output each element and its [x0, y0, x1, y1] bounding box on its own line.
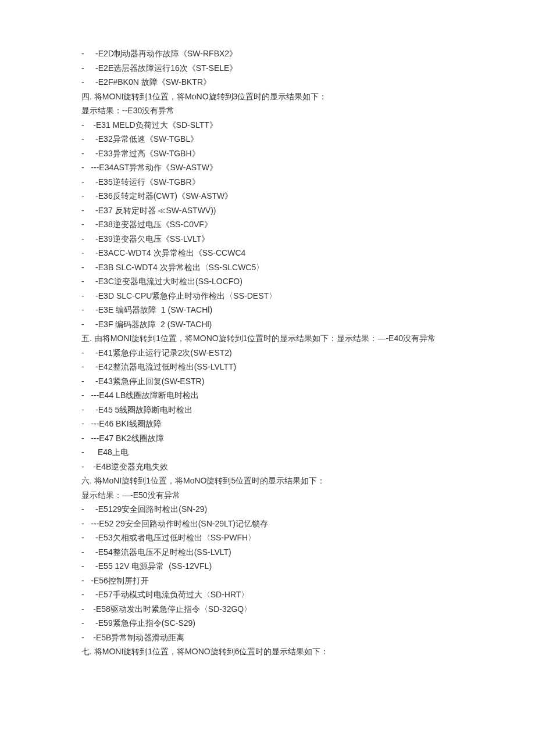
text-line: - ---E47 BK2线圈故障	[81, 431, 454, 446]
text-line: - -E3ACC-WDT4 次异常检出《SS-CCWC4	[81, 246, 454, 260]
text-line: - -E35逆转运行《SW-TGBR》	[81, 175, 454, 189]
text-line: - -E31 MELD负荷过大《SD-SLTT》	[81, 118, 454, 132]
text-line: - -E32异常低速《SW-TGBL》	[81, 132, 454, 146]
text-line: - -E3E 编码器故障 1 (SW-TACHl)	[81, 303, 454, 317]
text-line: - -E43紧急停止回复(SW-ESTR)	[81, 374, 454, 389]
text-line: - -E36反转定时器(CWT)《SW-ASTW》	[81, 189, 454, 203]
text-line: 显示结果：--E30没有异常	[81, 103, 454, 118]
text-line: - -E42整流器电流过低时检出(SS-LVLTT)	[81, 360, 454, 374]
text-line: - -E3C逆变器电流过大时检出(SS-LOCFO)	[81, 274, 454, 289]
text-line: - -E3B SLC-WDT4 次异常检出〈SS-SLCWC5〉	[81, 260, 454, 275]
text-line: - -E54整流器电压不足时检出(SS-LVLT)	[81, 545, 454, 560]
text-line: - -E58驱动发出时紧急停止指令〈SD-32GQ〉	[81, 602, 454, 617]
text-line: - -E53欠相或者电压过低时检出〈SS-PWFH〉	[81, 531, 454, 545]
text-line: 六. 将MoNI旋转到1位置，将MoNO旋转到5位置时的显示结果如下：	[81, 474, 454, 488]
text-line: - -E37 反转定时器 ≪SW-ASTWV))	[81, 203, 454, 218]
text-line: - -E56控制屏打开	[81, 574, 454, 588]
text-line: - -E3F 编码器故障 2 (SW-TACHl)	[81, 317, 454, 332]
text-line: - -E57手动模式时电流负荷过大〈SD-HRT〉	[81, 587, 454, 602]
text-line: 显示结果：—-E50没有异常	[81, 488, 454, 503]
document-body: - -E2D制动器再动作故障《SW-RFBX2》- -E2E选层器故障运行16次…	[81, 46, 454, 659]
text-line: 五. 由将MONI旋转到1位置，将MONO旋转到1位置时的显示结果如下：显示结果…	[81, 331, 454, 346]
text-line: 七. 将MONI旋转到1位置，将MONO旋转到6位置时的显示结果如下：	[81, 644, 454, 659]
text-line: - -E55 12V 电源异常 (SS-12VFL)	[81, 559, 454, 574]
text-line: - E48上电	[81, 445, 454, 460]
text-line: - ---E52 29安全回路动作时检出(SN-29LT)记忆锁存	[81, 517, 454, 531]
text-line: - -E2F#BK0N 故障《SW-BKTR》	[81, 75, 454, 89]
text-line: - -E2E选层器故障运行16次《ST-SELE》	[81, 61, 454, 76]
text-line: - -E3D SLC-CPU紧急停止时动作检出〈SS-DEST〉	[81, 289, 454, 303]
text-line: - -E5B异常制动器滑动距离	[81, 630, 454, 645]
text-line: - -E33异常过高《SW-TGBH》	[81, 146, 454, 161]
text-line: - -E5129安全回路时检出(SN-29)	[81, 502, 454, 517]
text-line: - -E38逆变器过电压《SS-C0VF》	[81, 217, 454, 232]
text-line: - ---E44 LB线圈故障断电时检出	[81, 388, 454, 403]
text-line: - -E45 5线圈故障断电时检出	[81, 403, 454, 417]
text-line: 四. 将MONI旋转到1位置，将MoNO旋转到3位置时的显示结果如下：	[81, 89, 454, 104]
text-line: - -E2D制动器再动作故障《SW-RFBX2》	[81, 46, 454, 61]
text-line: - -E59紧急停止指令(SC-S29)	[81, 616, 454, 630]
text-line: - -E39逆变器欠电压《SS-LVLT》	[81, 232, 454, 246]
text-line: - ---E34AST异常动作《SW-ASTW》	[81, 160, 454, 175]
text-line: - -E41紧急停止运行记录2次(SW-EST2)	[81, 346, 454, 360]
text-line: - -E4B逆变器充电失效	[81, 460, 454, 474]
text-line: - ---E46 BKI线圈故障	[81, 417, 454, 431]
